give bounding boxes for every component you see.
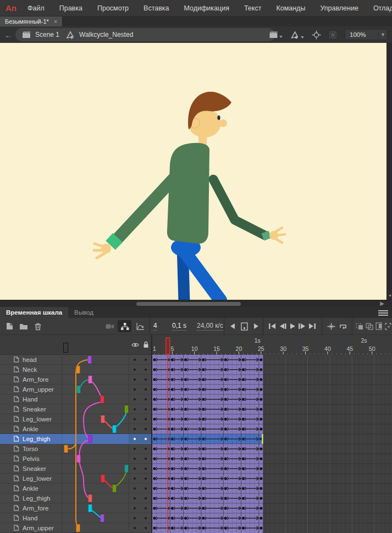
menu-item-3[interactable]: Просмотр [97,4,129,12]
layer-row-arm_fore[interactable]: Arm_fore [0,503,151,513]
layer-visibility-dot[interactable] [129,464,140,473]
layer-lock-dot[interactable] [140,513,151,523]
scrollbar-thumb[interactable] [136,302,241,306]
layer-lock-dot[interactable] [140,483,151,493]
layer-row-ankle[interactable]: Ankle [0,483,151,493]
new-layer-button[interactable] [4,318,14,334]
menu-item-8[interactable]: Управление [320,4,358,12]
edit-symbol-button[interactable] [290,31,304,39]
layer-parent-cell[interactable] [62,404,129,414]
walking-character[interactable] [0,43,387,300]
layer-visibility-dot[interactable] [129,513,140,523]
layer-parent-cell[interactable] [62,424,129,433]
back-button[interactable]: ← [4,30,13,40]
layer-parent-cell[interactable] [62,434,129,443]
ruler-svg[interactable]: 1s2s15101520253035404550 [152,335,392,355]
layer-row-arm_upper[interactable]: Arm_upper [0,523,151,533]
layer-lock-dot[interactable] [140,384,151,394]
layer-lock-dot[interactable] [140,454,151,463]
layer-parent-cell[interactable] [62,464,129,473]
menu-item-1[interactable]: Файл [27,4,45,12]
layer-visibility-dot[interactable] [129,365,140,374]
new-folder-button[interactable] [19,318,29,334]
layer-parent-cell[interactable] [62,414,129,424]
zoom-select[interactable]: 100% ▼ [345,29,388,40]
layer-parent-cell[interactable] [62,454,129,463]
onion-skin-outlines-button[interactable] [365,318,374,334]
layer-row-leg_thigh[interactable]: Leg_thigh [0,434,151,444]
modify-markers-button[interactable] [384,318,392,334]
layer-visibility-dot[interactable] [129,434,140,443]
step-forward-button[interactable] [252,318,261,334]
layer-parent-cell[interactable] [62,513,129,523]
menu-item-7[interactable]: Команды [276,4,305,12]
frames-grid[interactable] [152,355,392,533]
layer-parent-cell[interactable] [62,355,129,364]
layer-row-ankle[interactable]: Ankle [0,424,151,434]
layer-visibility-dot[interactable] [129,503,140,513]
play-button[interactable] [288,318,297,334]
panel-menu-icon[interactable] [378,310,388,316]
step-back-button[interactable] [228,318,237,334]
breadcrumb-symbol[interactable]: Walkcycle_Nested [79,31,133,39]
vertical-scrollbar[interactable]: ▼ [387,43,392,300]
layer-row-hand[interactable]: Hand [0,394,151,404]
layer-visibility-dot[interactable] [129,414,140,424]
layer-lock-dot[interactable] [140,434,151,443]
panel-tab-2[interactable]: Вывод [68,307,100,318]
layer-lock-dot[interactable] [140,414,151,424]
clip-content-button[interactable] [329,31,337,39]
layer-parent-cell[interactable] [62,474,129,483]
layer-lock-dot[interactable] [140,493,151,503]
layer-lock-dot[interactable] [140,404,151,414]
layer-visibility-dot[interactable] [129,394,140,404]
layer-lock-dot[interactable] [140,474,151,483]
loop-playback-button[interactable] [338,318,349,334]
frame-rate-field[interactable]: 24,00 к/с [197,322,223,331]
layer-row-leg_lower[interactable]: Leg_lower [0,474,151,483]
layer-lock-dot[interactable] [140,523,151,532]
delete-layer-button[interactable] [33,318,43,334]
layer-lock-dot[interactable] [140,444,151,453]
layer-row-pelvis[interactable]: Pelvis [0,454,151,464]
center-frame-button[interactable] [326,318,336,334]
layer-visibility-dot[interactable] [129,404,140,414]
layer-row-torso[interactable]: Torso [0,444,151,454]
layer-parent-cell[interactable] [62,444,129,453]
layer-lock-dot[interactable] [140,424,151,433]
layer-row-leg_thigh[interactable]: Leg_thigh [0,493,151,503]
next-frame-button[interactable] [297,318,306,334]
scroll-down-icon[interactable]: ▼ [388,294,392,298]
layer-visibility-dot[interactable] [129,424,140,433]
layer-row-arm_fore[interactable]: Arm_fore [0,375,151,384]
edit-scene-button[interactable] [269,31,283,39]
layer-visibility-dot[interactable] [129,375,140,384]
breadcrumb-scene[interactable]: Scene 1 [35,31,59,39]
menu-item-5[interactable]: Модификация [184,4,229,12]
layer-parent-cell[interactable] [62,493,129,503]
layer-visibility-dot[interactable] [129,474,140,483]
current-frame-indicator[interactable] [240,318,249,334]
camera-button[interactable] [104,318,115,334]
layer-row-neck[interactable]: Neck [0,365,151,375]
layer-lock-dot[interactable] [140,503,151,513]
layer-lock-dot[interactable] [140,355,151,364]
onion-skin-button[interactable] [355,318,364,334]
document-tab[interactable]: Безымянный-1* × [0,17,63,26]
layer-parent-cell[interactable] [62,394,129,404]
menu-item-2[interactable]: Правка [59,4,82,12]
layer-row-arm_upper[interactable]: Arm_upper [0,384,151,394]
layer-parent-cell[interactable] [62,384,129,394]
go-to-first-frame-button[interactable] [268,318,277,334]
current-frame-field[interactable]: 4 [153,322,157,331]
layer-row-leg_lower[interactable]: Leg_lower [0,414,151,424]
layer-visibility-dot[interactable] [129,454,140,463]
layer-lock-dot[interactable] [140,394,151,404]
layer-parent-cell[interactable] [62,483,129,493]
layer-parent-cell[interactable] [62,503,129,513]
edit-multiple-frames-button[interactable] [374,318,383,334]
layer-lock-dot[interactable] [140,464,151,473]
layer-row-sneaker[interactable]: Sneaker [0,404,151,414]
layer-parent-cell[interactable] [62,375,129,384]
layer-visibility-dot[interactable] [129,384,140,394]
